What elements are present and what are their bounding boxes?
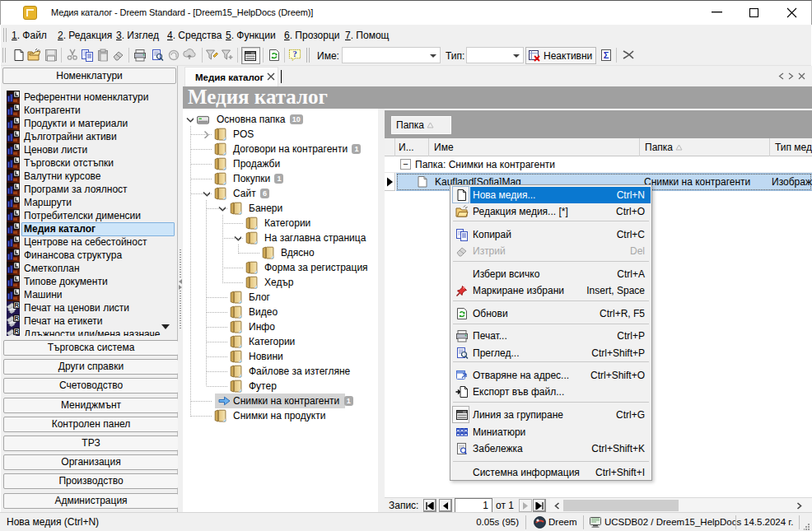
svg-text:?: ? [292,49,296,58]
svg-text:Σ: Σ [604,50,609,60]
